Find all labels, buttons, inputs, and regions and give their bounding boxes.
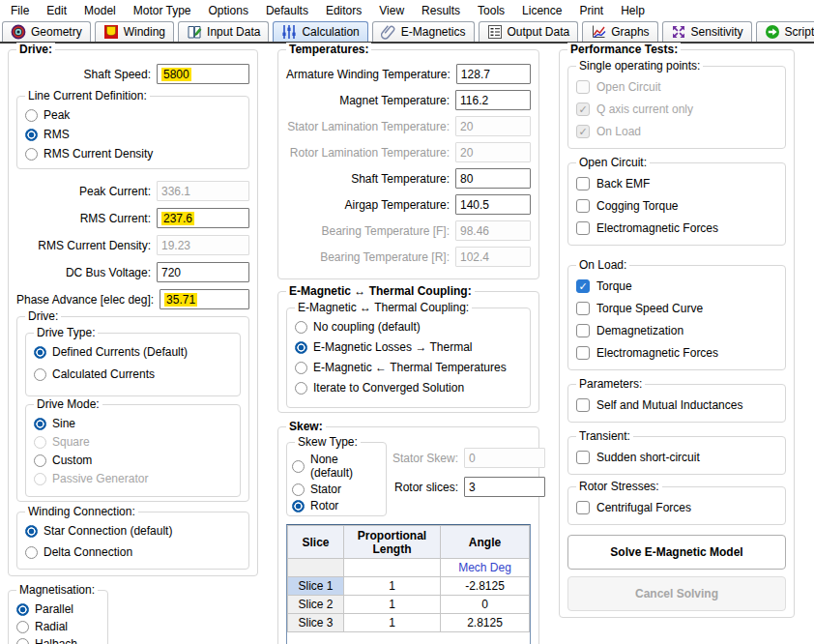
proportional-length-cell[interactable]: 1 <box>344 614 441 632</box>
angle-cell[interactable]: 2.8125 <box>441 614 530 632</box>
phase-advance-input[interactable]: 35.71 <box>160 289 249 309</box>
coupling-option[interactable]: No coupling (default) <box>295 320 522 334</box>
radio-icon[interactable] <box>295 382 307 395</box>
shaft-temperature-input[interactable]: 80 <box>455 168 531 189</box>
tab-e-magnetics[interactable]: E-Magnetics <box>372 21 475 42</box>
winding-connection-option[interactable]: Star Connection (default) <box>25 524 241 538</box>
radio-icon[interactable] <box>295 341 307 354</box>
radio-icon[interactable] <box>25 148 38 161</box>
radio-icon[interactable] <box>16 638 29 644</box>
radio-icon[interactable] <box>295 321 307 334</box>
menu-item-edit[interactable]: Edit <box>38 2 75 19</box>
angle-cell[interactable]: -2.8125 <box>441 577 530 596</box>
menu-item-defaults[interactable]: Defaults <box>257 2 317 19</box>
bearing-temperature-r-input[interactable]: 102.4 <box>455 247 531 267</box>
line-current-definition-option[interactable]: RMS <box>25 128 241 141</box>
checkbox-icon[interactable]: ✓ <box>576 279 590 293</box>
airgap-temperature-input[interactable]: 140.5 <box>455 194 531 215</box>
drive-type-option[interactable]: Defined Currents (Default) <box>34 345 232 359</box>
single-operating-points-checkbox[interactable]: ✓Q axis current only <box>576 102 777 116</box>
checkbox-icon[interactable]: ✓ <box>576 199 590 213</box>
tab-scripting[interactable]: Scripting <box>756 21 814 42</box>
single-operating-points-checkbox[interactable]: ✓On Load <box>576 125 777 138</box>
menu-item-print[interactable]: Print <box>570 2 612 19</box>
menu-item-file[interactable]: File <box>2 2 38 19</box>
line-current-definition-option[interactable]: Peak <box>25 108 241 122</box>
menu-item-options[interactable]: Options <box>200 2 257 19</box>
checkbox-icon[interactable]: ✓ <box>576 221 590 235</box>
on-load-checkbox[interactable]: ✓Torque <box>576 279 777 293</box>
menu-item-model[interactable]: Model <box>75 2 125 19</box>
checkbox-icon[interactable]: ✓ <box>576 451 590 464</box>
menu-item-results[interactable]: Results <box>413 2 469 19</box>
radio-icon[interactable] <box>34 473 46 485</box>
stator-lamination-temperature-input[interactable]: 20 <box>455 116 531 136</box>
slice-row-header[interactable]: Slice 1 <box>288 577 344 596</box>
transient-checkbox[interactable]: ✓Sudden short-circuit <box>576 451 777 464</box>
radio-icon[interactable] <box>34 436 46 449</box>
checkbox-icon[interactable]: ✓ <box>576 324 590 337</box>
rotor-lamination-temperature-input[interactable]: 20 <box>455 142 531 162</box>
proportional-length-cell[interactable]: 1 <box>344 577 441 596</box>
checkbox-icon[interactable]: ✓ <box>576 398 590 412</box>
open-circuit-checkbox[interactable]: ✓Cogging Torque <box>576 199 777 213</box>
line-current-definition-option[interactable]: RMS Current Density <box>25 147 241 161</box>
tab-input-data[interactable]: Input Data <box>178 21 269 42</box>
peak-current-input[interactable]: 336.1 <box>157 181 249 201</box>
checkbox-icon[interactable]: ✓ <box>576 346 590 360</box>
skew-type-option[interactable]: None (default) <box>292 453 381 480</box>
coupling-option[interactable]: Iterate to Converged Solution <box>295 381 522 395</box>
radio-icon[interactable] <box>34 454 46 467</box>
checkbox-icon[interactable]: ✓ <box>576 501 590 514</box>
tab-winding[interactable]: Winding <box>95 21 174 42</box>
on-load-checkbox[interactable]: ✓Torque Speed Curve <box>576 302 777 315</box>
radio-icon[interactable] <box>292 500 305 512</box>
radio-icon[interactable] <box>25 546 38 559</box>
drive-mode-option[interactable]: Custom <box>34 454 232 467</box>
on-load-checkbox[interactable]: ✓Demagnetization <box>576 324 777 337</box>
radio-icon[interactable] <box>16 621 29 633</box>
radio-icon[interactable] <box>292 483 305 496</box>
skew-type-option[interactable]: Rotor <box>292 499 381 512</box>
stator-skew-input[interactable]: 0 <box>464 448 545 468</box>
slice-row-header[interactable]: Slice 2 <box>288 596 344 614</box>
menu-item-licence[interactable]: Licence <box>513 2 570 19</box>
tab-graphs[interactable]: Graphs <box>582 21 657 42</box>
radio-icon[interactable] <box>16 603 29 616</box>
armature-winding-temperature-input[interactable]: 128.7 <box>456 64 531 84</box>
magnet-temperature-input[interactable]: 116.2 <box>455 90 531 110</box>
rms-current-density-input[interactable]: 19.23 <box>157 235 249 255</box>
coupling-option[interactable]: E-Magnetic Losses → Thermal <box>295 340 522 354</box>
rotor-slices-input[interactable]: 3 <box>464 477 545 497</box>
drive-mode-option[interactable]: Square <box>34 435 232 449</box>
tab-calculation[interactable]: Calculation <box>273 21 367 42</box>
checkbox-icon[interactable]: ✓ <box>576 125 590 138</box>
skew-type-option[interactable]: Stator <box>292 483 381 496</box>
radio-icon[interactable] <box>34 418 46 430</box>
radio-icon[interactable] <box>25 525 38 538</box>
tab-sensitivity[interactable]: Sensitivity <box>662 21 752 42</box>
parameters-checkbox[interactable]: ✓Self and Mutual Inductances <box>576 398 777 412</box>
radio-icon[interactable] <box>25 129 38 141</box>
checkbox-icon[interactable]: ✓ <box>576 302 590 315</box>
tab-geometry[interactable]: Geometry <box>2 21 91 42</box>
rotor-stresses-checkbox[interactable]: ✓Centrifugal Forces <box>576 501 777 514</box>
drive-mode-option[interactable]: Passive Generator <box>34 472 232 485</box>
shaft-speed-input[interactable]: 5800 <box>157 64 249 84</box>
checkbox-icon[interactable]: ✓ <box>576 80 590 94</box>
slice-row-header[interactable]: Slice 3 <box>288 614 344 632</box>
radio-icon[interactable] <box>295 362 307 374</box>
magnetisation-option[interactable]: Halbach <box>16 637 100 644</box>
radio-icon[interactable] <box>34 346 46 359</box>
menu-item-help[interactable]: Help <box>612 2 654 19</box>
rms-current-input[interactable]: 237.6 <box>157 208 249 228</box>
menu-item-tools[interactable]: Tools <box>469 2 513 19</box>
tab-output-data[interactable]: Output Data <box>479 21 579 42</box>
coupling-option[interactable]: E-Magnetic ← Thermal Temperatures <box>295 361 522 374</box>
single-operating-points-checkbox[interactable]: ✓Open Circuit <box>576 80 777 94</box>
menu-item-view[interactable]: View <box>370 2 413 19</box>
menu-item-editors[interactable]: Editors <box>317 2 370 19</box>
dc-bus-voltage-input[interactable]: 720 <box>157 262 249 282</box>
checkbox-icon[interactable]: ✓ <box>576 177 590 190</box>
magnetisation-option[interactable]: Radial <box>16 620 100 633</box>
